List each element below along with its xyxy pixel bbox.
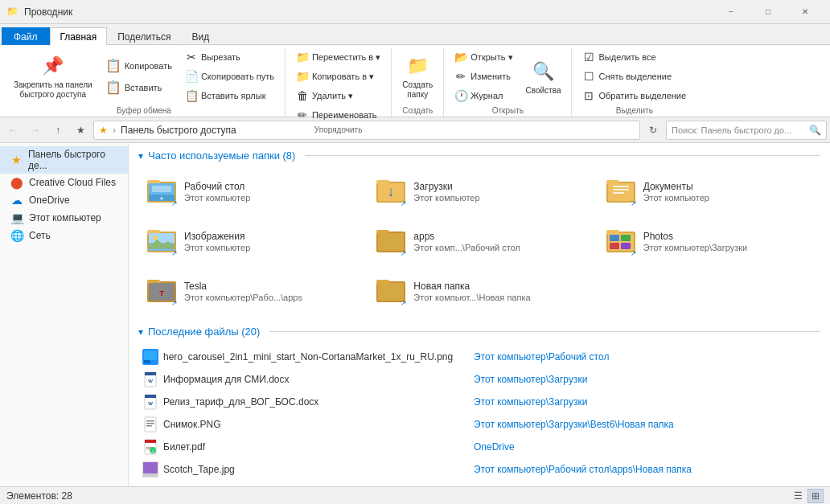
search-box[interactable]: Поиск: Панель быстрого до... 🔍 (666, 121, 827, 140)
folder-photos[interactable]: ↗ Photos Этот компьютер\Загрузки (598, 219, 820, 263)
select-buttons: ☑ Выделить все ☐ Снять выделение ⊡ Обрат… (577, 48, 692, 104)
folder-tesla[interactable]: T ↗ Tesla Этот компьютер\Рабо...\apps (138, 269, 361, 313)
minimize-button[interactable]: − (713, 0, 750, 24)
folder-desktop[interactable]: ▲ ↗ Рабочий стол Этот компьютер (138, 170, 361, 213)
open-label: Открыть ▾ (470, 52, 512, 63)
folder-images-path: Этот компьютер (184, 243, 250, 252)
rename-label: Переименовать (312, 110, 377, 120)
folder-apps[interactable]: ↗ apps Этот комп...\Рабочий стол (368, 219, 590, 263)
file-icon-2: W (142, 394, 158, 410)
deselect-button[interactable]: ☐ Снять выделение (577, 68, 692, 85)
status-bar: Элементов: 28 ☰ ⊞ (0, 486, 830, 504)
copy-path-button[interactable]: 📄 Скопировать путь (179, 68, 280, 85)
sidebar-item-onedrive[interactable]: ☁ OneDrive (0, 191, 128, 209)
file-name-4: Билет.pdf (163, 441, 469, 453)
close-button[interactable]: ✕ (787, 0, 824, 24)
large-icons-view-button[interactable]: ⊞ (807, 489, 824, 503)
folder-photos-icon: ↗ (605, 225, 637, 257)
view-controls: ☰ ⊞ (790, 489, 824, 503)
tab-share[interactable]: Поделиться (107, 27, 181, 45)
history-label: Журнал (470, 91, 503, 100)
folder-documents[interactable]: ↗ Документы Этот компьютер (598, 170, 820, 213)
sidebar-item-this-pc[interactable]: 💻 Этот компьютер (0, 209, 128, 227)
open-button[interactable]: 📂 Открыть ▾ (449, 48, 518, 66)
folder-desktop-name: Рабочий стол (184, 181, 250, 192)
paste-icon: 📋 (105, 80, 121, 95)
sidebar-item-quick-access[interactable]: ★ Панель быстрого де... (0, 146, 128, 174)
recent-section-header: ▾ Последние файлы (20) (138, 326, 820, 338)
svg-rect-50 (145, 417, 156, 432)
folder-downloads[interactable]: ↓ ↗ Загрузки Этот компьютер (368, 170, 590, 213)
file-location-4[interactable]: OneDrive (474, 441, 515, 453)
file-item-1[interactable]: W Информация для СМИ.docx Этот компьютер… (138, 368, 820, 391)
file-item-0[interactable]: hero_carousel_2in1_mini_start_Non-Cortan… (138, 346, 820, 368)
paste-button[interactable]: 📋 Вставить (100, 77, 178, 97)
recent-chevron-icon: ▾ (138, 326, 143, 338)
properties-button[interactable]: 🔍 Свойства (520, 55, 567, 98)
window-icon: 📁 (6, 6, 19, 18)
delete-button[interactable]: 🗑 Удалить ▾ (290, 87, 386, 104)
file-location-5[interactable]: Этот компьютер\Рабочий стол\apps\Новая п… (474, 464, 692, 475)
copy-button[interactable]: 📋 Копировать (100, 55, 178, 76)
tab-file[interactable]: Файл (2, 27, 50, 45)
sidebar-item-network[interactable]: 🌐 Сеть (0, 227, 128, 244)
paste-shortcut-label: Вставить ярлык (201, 91, 266, 100)
cut-icon: ✂ (185, 51, 198, 64)
file-name-5: Scotch_Tape.jpg (163, 464, 469, 475)
organize-content: 📁 Переместить в ▾ 📁 Копировать в ▾ 🗑 Уда… (290, 48, 386, 124)
sidebar-item-creative-cloud[interactable]: ⬤ Creative Cloud Files (0, 174, 128, 191)
invert-select-icon: ⊡ (582, 89, 595, 102)
recent-locations-button[interactable]: ★ (71, 121, 90, 140)
file-location-0[interactable]: Этот компьютер\Рабочий стол (474, 351, 609, 363)
address-bar: ← → ↑ ★ ★ › Панель быстрого доступа ↻ По… (0, 117, 830, 143)
up-button[interactable]: ↑ (48, 121, 68, 140)
file-item-3[interactable]: Снимок.PNG Этот компьютер\Загрузки\Best6… (138, 413, 820, 436)
rename-icon: ✏ (296, 109, 309, 121)
folder-new[interactable]: ↗ Новая папка Этот компьют...\Новая папк… (368, 269, 590, 313)
maximize-button[interactable]: □ (750, 0, 787, 24)
move-to-button[interactable]: 📁 Переместить в ▾ (290, 48, 386, 66)
file-item-4[interactable]: PDF ✓ Билет.pdf OneDrive (138, 436, 820, 458)
rename-button[interactable]: ✏ Переименовать (290, 106, 386, 124)
new-folder-button[interactable]: 📁 Создатьпапку (397, 50, 438, 103)
back-button[interactable]: ← (3, 121, 23, 140)
cut-label: Вырезать (201, 52, 240, 62)
edit-label: Изменить (470, 72, 511, 81)
svg-rect-40 (378, 283, 404, 301)
select-label: Выделить (577, 104, 692, 117)
paste-label: Вставить (125, 83, 162, 92)
forward-button[interactable]: → (26, 121, 45, 140)
history-button[interactable]: 🕐 Журнал (449, 87, 518, 104)
paste-shortcut-button[interactable]: 📋 Вставить ярлык (179, 87, 280, 104)
edit-button[interactable]: ✏ Изменить (449, 68, 518, 85)
file-item-5[interactable]: Scotch_Tape.jpg Этот компьютер\Рабочий с… (138, 458, 820, 481)
file-location-2[interactable]: Этот компьютер\Загрузки (474, 396, 587, 408)
tab-view[interactable]: Вид (181, 27, 220, 45)
file-location-1[interactable]: Этот компьютер\Загрузки (474, 374, 587, 385)
tab-home[interactable]: Главная (50, 27, 108, 45)
file-icon-5 (142, 461, 158, 477)
ribbon-group-clipboard: 📌 Закрепить на панелибыстрого доступа 📋 … (3, 48, 286, 117)
copy-icon: 📋 (105, 58, 121, 73)
select-all-button[interactable]: ☑ Выделить все (577, 48, 692, 66)
copy-to-button[interactable]: 📁 Копировать в ▾ (290, 68, 386, 85)
file-item-2[interactable]: W Релиз_тариф_для_ВОГ_БОС.docx Этот комп… (138, 391, 820, 413)
delete-label: Удалить ▾ (312, 91, 353, 101)
invert-select-button[interactable]: ⊡ Обратить выделение (577, 87, 692, 104)
svg-text:▲: ▲ (159, 195, 164, 200)
items-count: Элементов: 28 (6, 490, 72, 502)
copy-path-icon: 📄 (185, 70, 198, 83)
details-view-button[interactable]: ☰ (790, 489, 806, 503)
svg-rect-42 (144, 350, 157, 360)
sidebar: ★ Панель быстрого де... ⬤ Creative Cloud… (0, 143, 129, 486)
refresh-button[interactable]: ↻ (643, 121, 663, 140)
pin-button[interactable]: 📌 Закрепить на панелибыстрого доступа (8, 50, 98, 103)
folder-downloads-pin-icon: ↗ (401, 199, 407, 207)
svg-rect-51 (146, 420, 154, 422)
file-location-3[interactable]: Этот компьютер\Загрузки\Best6\Новая папк… (474, 419, 674, 430)
folder-desktop-info: Рабочий стол Этот компьютер (184, 181, 250, 203)
new-folder-icon: 📁 (405, 53, 430, 79)
cut-button[interactable]: ✂ Вырезать (179, 48, 280, 66)
frequent-chevron-icon: ▾ (138, 150, 143, 162)
folder-images[interactable]: ↗ Изображения Этот компьютер (138, 219, 361, 263)
